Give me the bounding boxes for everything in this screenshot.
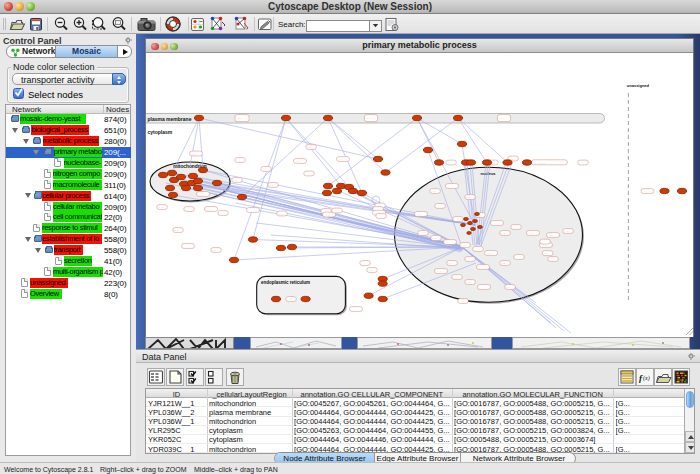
- svg-text:(...): (...): [213, 249, 217, 252]
- svg-text:(...): (...): [369, 269, 373, 272]
- svg-text:(...): (...): [502, 262, 506, 265]
- svg-text:(...): (...): [432, 190, 436, 193]
- svg-text:(...): (...): [270, 184, 274, 187]
- svg-text:(x): (x): [643, 375, 650, 382]
- svg-text:(...): (...): [467, 196, 471, 199]
- svg-text:(...): (...): [175, 229, 179, 232]
- svg-text:(...): (...): [449, 262, 453, 265]
- svg-text:(...): (...): [208, 208, 212, 211]
- svg-text:(...): (...): [502, 232, 506, 235]
- svg-text:cytoplasm: cytoplasm: [148, 129, 173, 135]
- svg-text:(...): (...): [507, 286, 511, 289]
- svg-text:Search:: Search:: [278, 20, 306, 29]
- svg-text:(...): (...): [326, 214, 330, 217]
- svg-text:(...): (...): [193, 153, 197, 156]
- svg-text:(...): (...): [433, 237, 437, 240]
- svg-text:(...): (...): [438, 270, 442, 273]
- svg-text:(...): (...): [418, 213, 422, 216]
- svg-text:(...): (...): [238, 117, 242, 120]
- svg-text:(...): (...): [467, 281, 471, 284]
- svg-text:(...): (...): [530, 232, 534, 235]
- svg-text:plasma membrane: plasma membrane: [148, 116, 192, 122]
- svg-text:(...): (...): [500, 117, 504, 120]
- svg-text:(...): (...): [544, 252, 548, 255]
- svg-text:(...): (...): [462, 244, 466, 247]
- svg-text:(...): (...): [234, 179, 238, 182]
- svg-text:(...): (...): [308, 146, 312, 149]
- svg-text:(... ...) (...): (... ...) (...): [535, 162, 546, 165]
- svg-text:(...): (...): [279, 213, 283, 216]
- svg-text:(...): (...): [159, 206, 163, 209]
- svg-text:(...): (...): [367, 117, 371, 120]
- svg-text:unassigned: unassigned: [627, 83, 650, 88]
- svg-text:(...): (...): [297, 160, 301, 163]
- svg-text:(...): (...): [543, 244, 547, 247]
- svg-text:(...): (...): [565, 230, 569, 233]
- svg-text:(...): (...): [288, 298, 292, 301]
- svg-text:(...): (...): [550, 234, 554, 237]
- svg-text:(...): (...): [488, 252, 492, 255]
- svg-text:endoplasmic reticulum: endoplasmic reticulum: [261, 280, 310, 285]
